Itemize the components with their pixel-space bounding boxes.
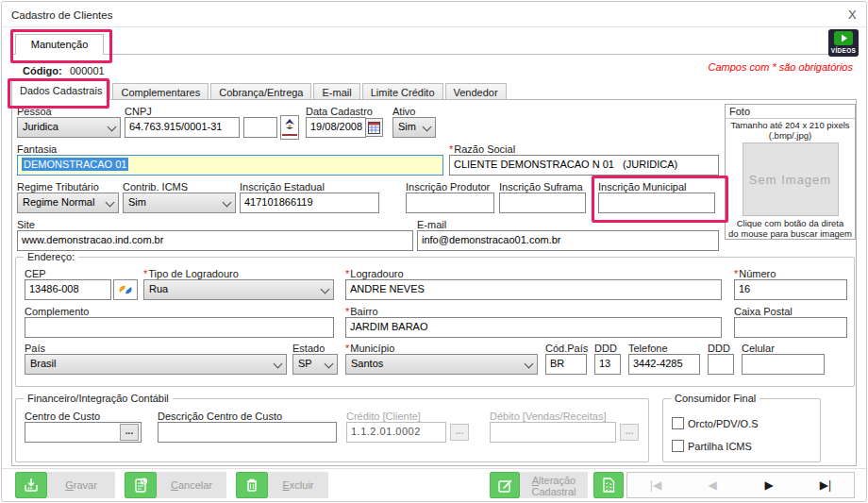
nav-first-button: |◀ bbox=[627, 473, 684, 497]
tab-vendedor[interactable]: Vendedor bbox=[445, 83, 507, 100]
caixa-postal-field[interactable] bbox=[734, 317, 847, 338]
foto-click-hint-1: Clique com botão da direta bbox=[726, 218, 855, 228]
alteracao-cadastral-button-label[interactable]: Alteração Cadastral bbox=[520, 472, 588, 498]
credito-field: 1.1.2.01.0002 bbox=[346, 422, 446, 443]
ddd2-label: DDD bbox=[708, 343, 730, 354]
gravar-button-label[interactable]: Gravar bbox=[47, 472, 115, 498]
municipio-label: *Município bbox=[345, 343, 394, 354]
contrib-icms-label: Contrib. ICMS bbox=[123, 181, 188, 193]
record-navigator: |◀ ◀ ▶ ▶| bbox=[626, 472, 855, 498]
alteracao-cadastral-button[interactable] bbox=[490, 472, 520, 498]
tab-dados-cadastrais[interactable]: Dados Cadastrais bbox=[11, 80, 110, 100]
cnpj-field[interactable]: 64.763.915/0001-31 bbox=[125, 117, 240, 138]
credito-lookup-button: ... bbox=[450, 424, 469, 441]
descricao-centro-custo-label: Descrição Centro de Custo bbox=[158, 411, 282, 422]
tab-email[interactable]: E-mail bbox=[313, 83, 359, 100]
bottom-divider bbox=[2, 468, 866, 469]
tab-complementares[interactable]: Complementares bbox=[112, 83, 209, 100]
excluir-button-label[interactable]: Excluir bbox=[268, 472, 328, 498]
partilha-icms-checkbox[interactable] bbox=[672, 440, 684, 452]
tab-limite-credito[interactable]: Limite Crédito bbox=[362, 83, 443, 100]
cancelar-button-label[interactable]: Cancelar bbox=[157, 472, 226, 498]
foto-title: Foto bbox=[726, 105, 855, 119]
site-field[interactable]: www.demonstracao.ind.com.br bbox=[17, 230, 413, 251]
cod-pais-label: Cód.País bbox=[545, 343, 588, 354]
municipio-value: Santos bbox=[351, 358, 383, 369]
complemento-field[interactable] bbox=[25, 317, 334, 338]
descricao-centro-custo-field[interactable] bbox=[158, 422, 337, 443]
logradouro-field[interactable]: ANDRE NEVES bbox=[345, 279, 722, 300]
cod-pais-field[interactable]: BR bbox=[545, 354, 587, 375]
regime-tributario-select[interactable]: Regime Normal bbox=[17, 193, 119, 213]
celular-field[interactable] bbox=[742, 354, 825, 375]
inscricao-municipal-field[interactable] bbox=[598, 193, 715, 213]
window-title: Cadastro de Clientes bbox=[11, 9, 112, 21]
code-label: Código: bbox=[23, 65, 62, 76]
bairro-field[interactable]: JARDIM BARAO bbox=[345, 317, 722, 338]
estado-select[interactable]: SP bbox=[292, 354, 338, 375]
trash-icon bbox=[244, 477, 259, 494]
ddd-field[interactable]: 13 bbox=[594, 354, 621, 375]
ativo-select[interactable]: Sim bbox=[392, 117, 436, 138]
contrib-icms-select[interactable]: Sim bbox=[123, 193, 236, 213]
ddd2-field[interactable] bbox=[708, 354, 734, 375]
cep-search-button[interactable] bbox=[113, 279, 138, 300]
site-label: Site bbox=[17, 219, 35, 230]
foto-click-hint-2: do mouse para buscar imagem bbox=[726, 228, 855, 239]
logradouro-label: *Logradouro bbox=[345, 268, 404, 279]
cnpj-lookup-button[interactable] bbox=[280, 115, 299, 140]
tab-cobranca-entrega[interactable]: Cobrança/Entrega bbox=[210, 83, 311, 100]
ddd-label: DDD bbox=[594, 343, 617, 354]
email-label: E-mail bbox=[417, 219, 446, 230]
telefone-label: Telefone bbox=[628, 343, 668, 354]
estado-label: Estado bbox=[292, 343, 325, 354]
debito-label: Débito [Vendas/Receitas] bbox=[490, 411, 607, 422]
bairro-label: *Bairro bbox=[345, 306, 378, 317]
nav-next-button[interactable]: ▶ bbox=[741, 473, 797, 497]
cnpj-extra-field[interactable] bbox=[243, 117, 277, 138]
credito-label: Crédito [Cliente] bbox=[346, 411, 421, 422]
inscricao-estadual-label: Inscrição Estadual bbox=[240, 181, 325, 193]
orcamento-checkbox-label[interactable]: Orcto/PDV/O.S bbox=[688, 418, 759, 429]
inscricao-produtor-field[interactable] bbox=[406, 193, 494, 213]
cnpj-label: CNPJ bbox=[125, 106, 152, 117]
centro-custo-lookup-button[interactable]: ... bbox=[120, 424, 139, 441]
partilha-icms-checkbox-label[interactable]: Partilha ICMS bbox=[688, 441, 752, 452]
municipio-select[interactable]: Santos bbox=[345, 354, 538, 375]
inscricao-estadual-field[interactable]: 417101866119 bbox=[240, 193, 379, 213]
orcamento-checkbox[interactable] bbox=[672, 417, 684, 429]
videos-button[interactable]: VÍDEOS bbox=[828, 29, 859, 57]
nav-last-button[interactable]: ▶| bbox=[797, 473, 854, 497]
calendar-picker-button[interactable] bbox=[365, 118, 383, 137]
required-asterisk: * bbox=[449, 143, 453, 155]
checklist-button[interactable] bbox=[593, 472, 624, 498]
email-field[interactable]: info@demonstracao01.com.br bbox=[417, 230, 719, 251]
cep-field[interactable]: 13486-008 bbox=[25, 279, 111, 300]
fantasia-field[interactable]: DEMONSTRACAO 01 bbox=[17, 155, 443, 176]
fantasia-selected-text: DEMONSTRACAO 01 bbox=[22, 158, 128, 171]
close-icon[interactable]: X bbox=[848, 8, 857, 22]
required-asterisk: * bbox=[345, 343, 349, 354]
ativo-label: Ativo bbox=[392, 106, 415, 117]
cep-label: CEP bbox=[25, 268, 46, 279]
app-window: Cadastro de Clientes X Manutenção VÍDEOS… bbox=[1, 1, 867, 502]
cep-search-icon bbox=[117, 283, 134, 296]
numero-field[interactable]: 16 bbox=[734, 279, 847, 300]
pais-select[interactable]: Brasil bbox=[25, 354, 287, 375]
cancelar-button[interactable] bbox=[125, 472, 157, 498]
data-cadastro-field[interactable]: 19/08/2008 bbox=[306, 117, 366, 138]
fantasia-label: Fantasia bbox=[17, 143, 57, 155]
excluir-button[interactable] bbox=[236, 472, 268, 498]
chevron-down-icon bbox=[325, 360, 334, 369]
foto-placeholder[interactable]: Sem Imagem bbox=[743, 143, 839, 216]
data-cadastro-label: Data Cadastro bbox=[306, 106, 373, 117]
telefone-field[interactable]: 3442-4285 bbox=[628, 354, 700, 375]
receita-federal-icon bbox=[283, 117, 296, 130]
pessoa-select[interactable]: Juridica bbox=[17, 117, 121, 138]
tab-manutencao[interactable]: Manutenção bbox=[15, 34, 104, 55]
inscricao-suframa-field[interactable] bbox=[499, 193, 586, 213]
tipo-logradouro-select[interactable]: Rua bbox=[143, 279, 334, 300]
razao-social-field[interactable]: CLIENTE DEMONSTRACAO N 01 (JURIDICA) bbox=[449, 155, 719, 176]
gravar-button[interactable] bbox=[15, 472, 47, 498]
regime-tributario-value: Regime Normal bbox=[23, 196, 94, 208]
